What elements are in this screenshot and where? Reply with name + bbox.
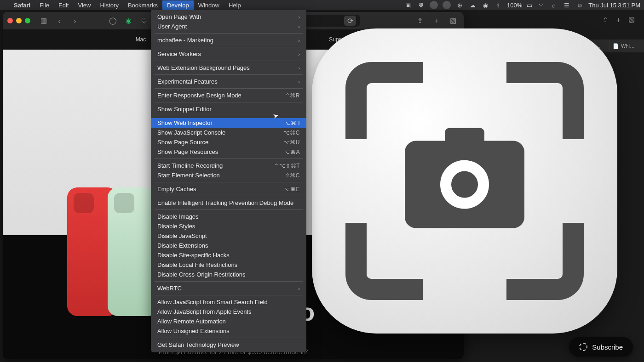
menu-item-label: Disable JavaScript bbox=[157, 232, 207, 239]
chevron-right-icon: › bbox=[298, 286, 300, 291]
menu-item-label: Show Snippet Editor bbox=[157, 106, 212, 113]
menu-item-label: Disable Cross-Origin Restrictions bbox=[157, 271, 245, 278]
menubar-item-edit[interactable]: Edit bbox=[54, 0, 73, 10]
tabs-overview-icon[interactable]: ▧ bbox=[628, 16, 635, 24]
menubar-item-bookmarks[interactable]: Bookmarks bbox=[123, 0, 162, 10]
close-window-button[interactable] bbox=[7, 18, 13, 23]
menu-item-shortcut: ⇧⌘C bbox=[285, 172, 300, 179]
menu-item-shortcut: ⌥⌘U bbox=[283, 139, 300, 146]
menubar-item-history[interactable]: History bbox=[95, 0, 123, 10]
chevron-right-icon: › bbox=[298, 79, 300, 85]
menu-item[interactable]: Disable Images bbox=[151, 212, 306, 221]
forward-button[interactable]: › bbox=[69, 16, 81, 26]
menu-item[interactable]: Allow JavaScript from Apple Events bbox=[151, 307, 306, 317]
menu-item[interactable]: Disable Local File Restrictions bbox=[151, 260, 306, 270]
viewfinder-corner-icon bbox=[506, 62, 584, 139]
menu-item-label: Enter Responsive Design Mode bbox=[157, 92, 242, 99]
status-circle-icon[interactable] bbox=[430, 1, 438, 9]
macos-menubar: Safari FileEditViewHistoryBookmarksDevel… bbox=[0, 0, 644, 10]
spotlight-icon[interactable]: ⌕ bbox=[550, 1, 558, 9]
menu-item[interactable]: WebRTC› bbox=[151, 283, 306, 293]
menu-item-label: Allow Unsigned Extensions bbox=[157, 328, 230, 334]
menu-item[interactable]: Allow JavaScript from Smart Search Field bbox=[151, 297, 306, 307]
menu-item-label: Web Extension Background Pages bbox=[157, 64, 250, 71]
menu-item-label: Enable Intelligent Tracking Prevention D… bbox=[157, 199, 293, 206]
menu-item[interactable]: Start Element Selection⇧⌘C bbox=[151, 170, 306, 180]
menubar-item-view[interactable]: View bbox=[74, 0, 96, 10]
menu-item[interactable]: Service Workers› bbox=[151, 49, 306, 59]
status-dot-icon[interactable]: ◉ bbox=[481, 1, 489, 9]
zoom-window-button[interactable] bbox=[25, 18, 30, 23]
menu-item[interactable]: Disable Extensions bbox=[151, 241, 306, 250]
share-icon[interactable]: ⇪ bbox=[603, 16, 609, 24]
menu-item[interactable]: Experimental Features› bbox=[151, 77, 306, 86]
menu-item-label: Service Workers bbox=[157, 51, 201, 57]
menu-item[interactable]: Empty Caches⌥⌘E bbox=[151, 184, 306, 194]
menu-item[interactable]: Disable JavaScript bbox=[151, 231, 306, 241]
new-tab-icon[interactable]: ＋ bbox=[615, 16, 622, 24]
menubar-item-help[interactable]: Help bbox=[224, 0, 246, 10]
privacy-report-icon[interactable]: ◯ bbox=[107, 16, 119, 26]
menu-item-label: Allow JavaScript from Apple Events bbox=[157, 308, 251, 315]
menu-item[interactable]: Allow Unsigned Extensions bbox=[151, 326, 306, 336]
user-icon[interactable]: ☺ bbox=[575, 1, 584, 9]
menu-item[interactable]: Open Page With› bbox=[151, 12, 306, 22]
battery-icon: ▭ bbox=[527, 2, 532, 9]
minimize-window-button[interactable] bbox=[16, 18, 22, 23]
menu-item[interactable]: Allow Remote Automation bbox=[151, 317, 306, 326]
screenshot-app-icon bbox=[312, 28, 617, 334]
menu-item[interactable]: Enable Intelligent Tracking Prevention D… bbox=[151, 198, 306, 208]
nav-item-mac[interactable]: Mac bbox=[136, 36, 146, 43]
menu-item-label: Disable Extensions bbox=[157, 242, 208, 249]
dropbox-icon[interactable]: ⟱ bbox=[417, 1, 425, 9]
menubar-item-window[interactable]: Window bbox=[194, 0, 224, 10]
sidebar-toggle-icon[interactable]: ▥ bbox=[38, 16, 50, 26]
menu-item[interactable]: Disable Styles bbox=[151, 221, 306, 231]
status-plus-icon[interactable]: ⊕ bbox=[455, 1, 464, 9]
shield-icon[interactable]: ⛉ bbox=[138, 16, 150, 26]
menu-item[interactable]: Show Page Source⌥⌘U bbox=[151, 137, 306, 147]
menu-item[interactable]: Show Page Resources⌥⌘A bbox=[151, 147, 306, 157]
menu-item-label: Allow Remote Automation bbox=[157, 318, 226, 325]
subscribe-ring-icon bbox=[579, 343, 587, 351]
tabs-overview-icon[interactable]: ▧ bbox=[447, 16, 459, 26]
bluetooth-icon[interactable]: ᚼ bbox=[494, 1, 502, 9]
menu-item[interactable]: Show Snippet Editor bbox=[151, 104, 306, 114]
menubar-app-name[interactable]: Safari bbox=[9, 0, 35, 10]
reload-button[interactable]: ⟳ bbox=[344, 16, 356, 26]
chevron-right-icon: › bbox=[298, 51, 300, 57]
back-button[interactable]: ‹ bbox=[53, 16, 65, 26]
menu-item[interactable]: mchaffee - Marketing› bbox=[151, 35, 306, 45]
menu-item-label: mchaffee - Marketing bbox=[157, 37, 213, 44]
menu-item-label: Show Web Inspector bbox=[157, 119, 213, 126]
menu-item[interactable]: Start Timeline Recording⌃⌥⇧⌘T bbox=[151, 161, 306, 170]
control-center-icon[interactable]: ☰ bbox=[563, 1, 571, 9]
wifi-icon[interactable]: ⌔ bbox=[537, 1, 545, 9]
menu-item[interactable]: Get Safari Technology Preview bbox=[151, 340, 306, 350]
new-tab-icon[interactable]: ＋ bbox=[431, 16, 443, 26]
menubar-item-develop[interactable]: Develop bbox=[162, 0, 194, 10]
menu-item[interactable]: Web Extension Background Pages› bbox=[151, 63, 306, 73]
window-traffic-lights bbox=[7, 18, 30, 23]
menu-item-label: Experimental Features bbox=[157, 78, 218, 85]
extension-icon[interactable]: ◉ bbox=[122, 16, 134, 26]
menu-item[interactable]: Disable Site-specific Hacks bbox=[151, 250, 306, 260]
status-circle-icon[interactable] bbox=[443, 1, 451, 9]
menubar-item-file[interactable]: File bbox=[35, 0, 54, 10]
battery-percent: 100% bbox=[507, 2, 522, 9]
menubar-datetime[interactable]: Thu Jul 15 3:51 PM bbox=[588, 2, 640, 9]
menu-item[interactable]: Show Web Inspector⌥⌘ I bbox=[151, 118, 306, 128]
menu-item-label: Start Element Selection bbox=[157, 172, 220, 179]
menu-item-label: Allow JavaScript from Smart Search Field bbox=[157, 299, 268, 305]
menu-item[interactable]: Enter Responsive Design Mode⌃⌘R bbox=[151, 90, 306, 100]
subscribe-button[interactable]: Subscribe bbox=[569, 337, 633, 356]
iphone-product-image bbox=[67, 187, 158, 316]
cloud-icon[interactable]: ☁ bbox=[468, 1, 477, 9]
menu-item-label: Disable Images bbox=[157, 213, 199, 220]
menu-item[interactable]: User Agent› bbox=[151, 22, 306, 31]
chevron-right-icon: › bbox=[298, 38, 300, 43]
share-icon[interactable]: ⇪ bbox=[414, 16, 426, 26]
menu-item[interactable]: Show JavaScript Console⌥⌘C bbox=[151, 128, 306, 137]
menu-item[interactable]: Disable Cross-Origin Restrictions bbox=[151, 270, 306, 279]
status-icon[interactable]: ▣ bbox=[404, 1, 412, 9]
